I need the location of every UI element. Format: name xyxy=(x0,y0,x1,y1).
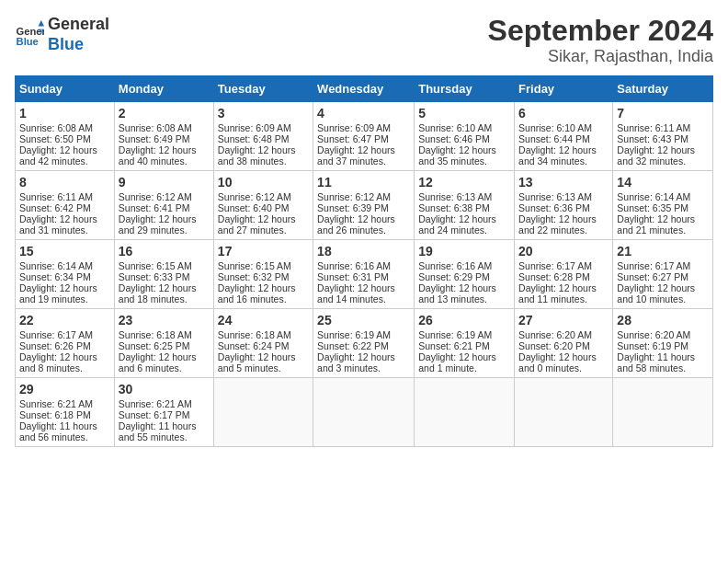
daylight-text: Daylight: 12 hours and 31 minutes. xyxy=(19,213,97,236)
calendar-cell xyxy=(515,378,613,447)
sunset-text: Sunset: 6:47 PM xyxy=(317,133,389,144)
day-header-monday: Monday xyxy=(114,76,213,102)
day-number: 17 xyxy=(218,244,309,259)
calendar-cell: 29Sunrise: 6:21 AMSunset: 6:18 PMDayligh… xyxy=(16,378,115,447)
sunset-text: Sunset: 6:33 PM xyxy=(119,271,190,282)
logo-icon: General Blue xyxy=(15,20,44,50)
day-number: 13 xyxy=(518,175,609,190)
calendar-cell: 6Sunrise: 6:10 AMSunset: 6:44 PMDaylight… xyxy=(515,102,613,171)
calendar-table: SundayMondayTuesdayWednesdayThursdayFrid… xyxy=(15,75,713,447)
day-number: 16 xyxy=(119,244,210,259)
sunset-text: Sunset: 6:39 PM xyxy=(317,202,389,213)
sunset-text: Sunset: 6:28 PM xyxy=(518,271,590,282)
calendar-cell: 26Sunrise: 6:19 AMSunset: 6:21 PMDayligh… xyxy=(415,309,515,378)
day-number: 3 xyxy=(218,106,309,121)
sunrise-text: Sunrise: 6:19 AM xyxy=(418,329,492,340)
day-number: 30 xyxy=(119,382,210,396)
sunrise-text: Sunrise: 6:18 AM xyxy=(218,329,291,340)
calendar-cell: 5Sunrise: 6:10 AMSunset: 6:46 PMDaylight… xyxy=(415,102,515,171)
day-header-friday: Friday xyxy=(515,76,613,102)
sunrise-text: Sunrise: 6:13 AM xyxy=(418,191,492,202)
sunset-text: Sunset: 6:22 PM xyxy=(317,340,389,351)
svg-text:Blue: Blue xyxy=(17,36,39,47)
calendar-week-4: 22Sunrise: 6:17 AMSunset: 6:26 PMDayligh… xyxy=(16,309,713,378)
day-number: 6 xyxy=(518,106,609,121)
sunrise-text: Sunrise: 6:15 AM xyxy=(218,260,291,271)
sunrise-text: Sunrise: 6:21 AM xyxy=(19,398,93,409)
calendar-cell: 21Sunrise: 6:17 AMSunset: 6:27 PMDayligh… xyxy=(613,240,713,309)
calendar-cell: 27Sunrise: 6:20 AMSunset: 6:20 PMDayligh… xyxy=(515,309,613,378)
calendar-week-3: 15Sunrise: 6:14 AMSunset: 6:34 PMDayligh… xyxy=(16,240,713,309)
sunset-text: Sunset: 6:46 PM xyxy=(418,133,490,144)
sunset-text: Sunset: 6:25 PM xyxy=(119,340,190,351)
sunrise-text: Sunrise: 6:14 AM xyxy=(19,260,93,271)
calendar-week-5: 29Sunrise: 6:21 AMSunset: 6:18 PMDayligh… xyxy=(16,378,713,447)
calendar-cell: 3Sunrise: 6:09 AMSunset: 6:48 PMDaylight… xyxy=(213,102,313,171)
sunrise-text: Sunrise: 6:10 AM xyxy=(518,122,592,133)
day-number: 29 xyxy=(19,382,110,396)
day-number: 4 xyxy=(317,106,410,121)
sunset-text: Sunset: 6:42 PM xyxy=(19,202,91,213)
day-header-wednesday: Wednesday xyxy=(313,76,415,102)
calendar-cell: 8Sunrise: 6:11 AMSunset: 6:42 PMDaylight… xyxy=(16,171,115,240)
sunrise-text: Sunrise: 6:12 AM xyxy=(317,191,391,202)
calendar-week-2: 8Sunrise: 6:11 AMSunset: 6:42 PMDaylight… xyxy=(16,171,713,240)
sunrise-text: Sunrise: 6:10 AM xyxy=(418,122,492,133)
sunset-text: Sunset: 6:50 PM xyxy=(19,133,91,144)
daylight-text: Daylight: 11 hours and 58 minutes. xyxy=(617,351,695,373)
sunset-text: Sunset: 6:34 PM xyxy=(19,271,91,282)
daylight-text: Daylight: 12 hours and 8 minutes. xyxy=(19,351,97,373)
day-header-sunday: Sunday xyxy=(16,76,115,102)
sunset-text: Sunset: 6:21 PM xyxy=(418,340,490,351)
day-number: 27 xyxy=(518,313,609,327)
calendar-week-1: 1Sunrise: 6:08 AMSunset: 6:50 PMDaylight… xyxy=(16,102,713,171)
daylight-text: Daylight: 12 hours and 37 minutes. xyxy=(317,144,395,167)
calendar-cell: 30Sunrise: 6:21 AMSunset: 6:17 PMDayligh… xyxy=(114,378,213,447)
sunrise-text: Sunrise: 6:11 AM xyxy=(617,122,690,133)
calendar-cell: 19Sunrise: 6:16 AMSunset: 6:29 PMDayligh… xyxy=(415,240,515,309)
sunset-text: Sunset: 6:48 PM xyxy=(218,133,290,144)
sunrise-text: Sunrise: 6:14 AM xyxy=(617,191,690,202)
sunset-text: Sunset: 6:35 PM xyxy=(617,202,688,213)
sunset-text: Sunset: 6:38 PM xyxy=(418,202,490,213)
sunrise-text: Sunrise: 6:13 AM xyxy=(518,191,592,202)
day-number: 22 xyxy=(19,313,110,327)
daylight-text: Daylight: 12 hours and 3 minutes. xyxy=(317,351,395,373)
sunrise-text: Sunrise: 6:21 AM xyxy=(119,398,192,409)
daylight-text: Daylight: 12 hours and 32 minutes. xyxy=(617,144,695,167)
day-number: 10 xyxy=(218,175,309,190)
daylight-text: Daylight: 12 hours and 18 minutes. xyxy=(119,282,197,304)
sunset-text: Sunset: 6:49 PM xyxy=(119,133,190,144)
calendar-cell: 20Sunrise: 6:17 AMSunset: 6:28 PMDayligh… xyxy=(515,240,613,309)
day-number: 20 xyxy=(518,244,609,259)
calendar-cell: 10Sunrise: 6:12 AMSunset: 6:40 PMDayligh… xyxy=(213,171,313,240)
page-title: September 2024 xyxy=(488,15,713,47)
sunrise-text: Sunrise: 6:17 AM xyxy=(617,260,690,271)
day-number: 15 xyxy=(19,244,110,259)
sunrise-text: Sunrise: 6:20 AM xyxy=(518,329,592,340)
calendar-cell: 17Sunrise: 6:15 AMSunset: 6:32 PMDayligh… xyxy=(213,240,313,309)
day-number: 7 xyxy=(617,106,709,121)
day-number: 9 xyxy=(119,175,210,190)
calendar-cell: 22Sunrise: 6:17 AMSunset: 6:26 PMDayligh… xyxy=(16,309,115,378)
day-number: 21 xyxy=(617,244,709,259)
calendar-cell: 1Sunrise: 6:08 AMSunset: 6:50 PMDaylight… xyxy=(16,102,115,171)
sunset-text: Sunset: 6:24 PM xyxy=(218,340,290,351)
day-number: 11 xyxy=(317,175,410,190)
calendar-cell: 13Sunrise: 6:13 AMSunset: 6:36 PMDayligh… xyxy=(515,171,613,240)
daylight-text: Daylight: 12 hours and 38 minutes. xyxy=(218,144,296,167)
day-number: 25 xyxy=(317,313,410,327)
calendar-cell: 2Sunrise: 6:08 AMSunset: 6:49 PMDaylight… xyxy=(114,102,213,171)
day-number: 19 xyxy=(418,244,510,259)
sunset-text: Sunset: 6:27 PM xyxy=(617,271,688,282)
sunrise-text: Sunrise: 6:20 AM xyxy=(617,329,690,340)
calendar-cell: 18Sunrise: 6:16 AMSunset: 6:31 PMDayligh… xyxy=(313,240,415,309)
sunrise-text: Sunrise: 6:08 AM xyxy=(19,122,93,133)
daylight-text: Daylight: 12 hours and 26 minutes. xyxy=(317,213,395,236)
day-number: 5 xyxy=(418,106,510,121)
daylight-text: Daylight: 12 hours and 5 minutes. xyxy=(218,351,296,373)
daylight-text: Daylight: 12 hours and 11 minutes. xyxy=(518,282,597,304)
calendar-cell xyxy=(313,378,415,447)
daylight-text: Daylight: 12 hours and 16 minutes. xyxy=(218,282,296,304)
calendar-cell: 25Sunrise: 6:19 AMSunset: 6:22 PMDayligh… xyxy=(313,309,415,378)
